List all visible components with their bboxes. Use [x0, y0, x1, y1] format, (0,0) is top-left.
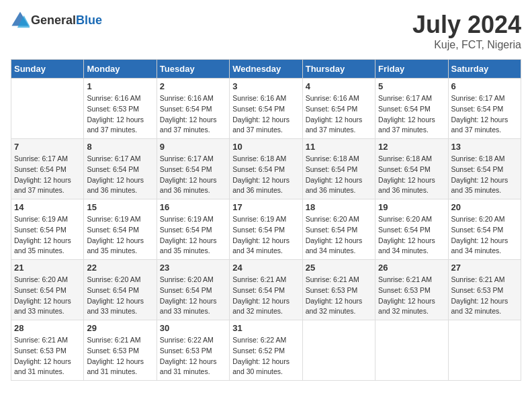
week-row-4: 28Sunrise: 6:21 AMSunset: 6:53 PMDayligh… — [11, 320, 521, 381]
cell-w1-d1: 8Sunrise: 6:17 AMSunset: 6:54 PMDaylight… — [84, 139, 157, 199]
day-info-23: Sunrise: 6:20 AMSunset: 6:54 PMDaylight:… — [160, 275, 226, 317]
day-number-8: 8 — [87, 142, 153, 152]
cell-w3-d2: 23Sunrise: 6:20 AMSunset: 6:54 PMDayligh… — [157, 260, 229, 320]
day-info-12: Sunrise: 6:18 AMSunset: 6:54 PMDaylight:… — [378, 154, 445, 196]
day-number-31: 31 — [232, 323, 299, 333]
day-info-6: Sunrise: 6:17 AMSunset: 6:54 PMDaylight:… — [451, 93, 518, 136]
day-number-25: 25 — [306, 263, 372, 273]
cell-w2-d2: 16Sunrise: 6:19 AMSunset: 6:54 PMDayligh… — [157, 199, 229, 260]
logo-text-blue: Blue — [76, 13, 102, 27]
day-info-21: Sunrise: 6:20 AMSunset: 6:54 PMDaylight:… — [14, 275, 81, 317]
day-number-13: 13 — [451, 142, 518, 152]
day-number-24: 24 — [232, 263, 299, 273]
day-number-7: 7 — [14, 142, 81, 152]
day-number-29: 29 — [87, 323, 153, 333]
day-number-27: 27 — [451, 263, 518, 273]
day-info-16: Sunrise: 6:19 AMSunset: 6:54 PMDaylight:… — [160, 214, 226, 257]
cell-w3-d3: 24Sunrise: 6:21 AMSunset: 6:54 PMDayligh… — [230, 260, 302, 320]
col-friday: Friday — [375, 60, 448, 79]
day-number-19: 19 — [378, 202, 445, 212]
day-info-8: Sunrise: 6:17 AMSunset: 6:54 PMDaylight:… — [87, 154, 153, 196]
day-number-30: 30 — [160, 323, 226, 333]
col-sunday: Sunday — [11, 60, 84, 79]
title-area: July 2024 Kuje, FCT, Nigeria — [412, 11, 521, 51]
cell-w1-d4: 11Sunrise: 6:18 AMSunset: 6:54 PMDayligh… — [302, 139, 375, 199]
cell-w0-d6: 6Sunrise: 6:17 AMSunset: 6:54 PMDaylight… — [448, 79, 521, 139]
day-number-1: 1 — [87, 81, 153, 91]
day-info-20: Sunrise: 6:20 AMSunset: 6:54 PMDaylight:… — [451, 214, 518, 257]
calendar-table: Sunday Monday Tuesday Wednesday Thursday… — [11, 59, 521, 381]
cell-w2-d4: 18Sunrise: 6:20 AMSunset: 6:54 PMDayligh… — [302, 199, 375, 260]
cell-w0-d0 — [11, 79, 84, 139]
day-number-12: 12 — [378, 142, 445, 152]
day-info-28: Sunrise: 6:21 AMSunset: 6:53 PMDaylight:… — [14, 335, 81, 377]
logo: GeneralBlue — [11, 11, 102, 30]
cell-w2-d1: 15Sunrise: 6:19 AMSunset: 6:54 PMDayligh… — [84, 199, 157, 260]
cell-w1-d0: 7Sunrise: 6:17 AMSunset: 6:54 PMDaylight… — [11, 139, 84, 199]
day-info-18: Sunrise: 6:20 AMSunset: 6:54 PMDaylight:… — [306, 214, 372, 257]
day-number-21: 21 — [14, 263, 81, 273]
day-info-7: Sunrise: 6:17 AMSunset: 6:54 PMDaylight:… — [14, 154, 81, 196]
cell-w1-d3: 10Sunrise: 6:18 AMSunset: 6:54 PMDayligh… — [230, 139, 302, 199]
cell-w2-d5: 19Sunrise: 6:20 AMSunset: 6:54 PMDayligh… — [375, 199, 448, 260]
cell-w0-d4: 4Sunrise: 6:16 AMSunset: 6:54 PMDaylight… — [302, 79, 375, 139]
day-info-1: Sunrise: 6:16 AMSunset: 6:53 PMDaylight:… — [87, 93, 153, 136]
cell-w3-d5: 26Sunrise: 6:21 AMSunset: 6:53 PMDayligh… — [375, 260, 448, 320]
day-number-20: 20 — [451, 202, 518, 212]
day-info-25: Sunrise: 6:21 AMSunset: 6:53 PMDaylight:… — [306, 275, 372, 317]
logo-icon — [11, 11, 30, 30]
day-info-27: Sunrise: 6:21 AMSunset: 6:53 PMDaylight:… — [451, 275, 518, 317]
day-info-11: Sunrise: 6:18 AMSunset: 6:54 PMDaylight:… — [306, 154, 372, 196]
day-number-6: 6 — [451, 81, 518, 91]
day-number-3: 3 — [232, 81, 299, 91]
cell-w4-d1: 29Sunrise: 6:21 AMSunset: 6:53 PMDayligh… — [84, 320, 157, 381]
cell-w3-d1: 22Sunrise: 6:20 AMSunset: 6:54 PMDayligh… — [84, 260, 157, 320]
week-row-3: 21Sunrise: 6:20 AMSunset: 6:54 PMDayligh… — [11, 260, 521, 320]
day-info-3: Sunrise: 6:16 AMSunset: 6:54 PMDaylight:… — [232, 93, 299, 136]
day-info-26: Sunrise: 6:21 AMSunset: 6:53 PMDaylight:… — [378, 275, 445, 317]
day-number-14: 14 — [14, 202, 81, 212]
col-thursday: Thursday — [302, 60, 375, 79]
day-number-18: 18 — [306, 202, 372, 212]
day-number-11: 11 — [306, 142, 372, 152]
day-info-19: Sunrise: 6:20 AMSunset: 6:54 PMDaylight:… — [378, 214, 445, 257]
calendar-header-row: Sunday Monday Tuesday Wednesday Thursday… — [11, 60, 521, 79]
day-info-5: Sunrise: 6:17 AMSunset: 6:54 PMDaylight:… — [378, 93, 445, 136]
day-info-31: Sunrise: 6:22 AMSunset: 6:52 PMDaylight:… — [232, 335, 299, 377]
day-number-2: 2 — [160, 81, 226, 91]
cell-w1-d5: 12Sunrise: 6:18 AMSunset: 6:54 PMDayligh… — [375, 139, 448, 199]
cell-w1-d6: 13Sunrise: 6:18 AMSunset: 6:54 PMDayligh… — [448, 139, 521, 199]
col-monday: Monday — [84, 60, 157, 79]
day-info-15: Sunrise: 6:19 AMSunset: 6:54 PMDaylight:… — [87, 214, 153, 257]
cell-w0-d1: 1Sunrise: 6:16 AMSunset: 6:53 PMDaylight… — [84, 79, 157, 139]
logo-text-general: General — [31, 13, 76, 27]
cell-w0-d5: 5Sunrise: 6:17 AMSunset: 6:54 PMDaylight… — [375, 79, 448, 139]
cell-w3-d0: 21Sunrise: 6:20 AMSunset: 6:54 PMDayligh… — [11, 260, 84, 320]
day-number-22: 22 — [87, 263, 153, 273]
cell-w2-d0: 14Sunrise: 6:19 AMSunset: 6:54 PMDayligh… — [11, 199, 84, 260]
col-tuesday: Tuesday — [157, 60, 229, 79]
cell-w4-d3: 31Sunrise: 6:22 AMSunset: 6:52 PMDayligh… — [230, 320, 302, 381]
cell-w4-d5 — [375, 320, 448, 381]
week-row-2: 14Sunrise: 6:19 AMSunset: 6:54 PMDayligh… — [11, 199, 521, 260]
week-row-0: 1Sunrise: 6:16 AMSunset: 6:53 PMDaylight… — [11, 79, 521, 139]
day-number-9: 9 — [160, 142, 226, 152]
cell-w4-d2: 30Sunrise: 6:22 AMSunset: 6:53 PMDayligh… — [157, 320, 229, 381]
day-number-23: 23 — [160, 263, 226, 273]
day-info-14: Sunrise: 6:19 AMSunset: 6:54 PMDaylight:… — [14, 214, 81, 257]
cell-w4-d0: 28Sunrise: 6:21 AMSunset: 6:53 PMDayligh… — [11, 320, 84, 381]
day-info-13: Sunrise: 6:18 AMSunset: 6:54 PMDaylight:… — [451, 154, 518, 196]
cell-w0-d2: 2Sunrise: 6:16 AMSunset: 6:54 PMDaylight… — [157, 79, 229, 139]
month-title: July 2024 — [412, 11, 521, 39]
day-info-29: Sunrise: 6:21 AMSunset: 6:53 PMDaylight:… — [87, 335, 153, 377]
cell-w2-d6: 20Sunrise: 6:20 AMSunset: 6:54 PMDayligh… — [448, 199, 521, 260]
day-number-4: 4 — [306, 81, 372, 91]
cell-w4-d6 — [448, 320, 521, 381]
day-number-5: 5 — [378, 81, 445, 91]
cell-w1-d2: 9Sunrise: 6:17 AMSunset: 6:54 PMDaylight… — [157, 139, 229, 199]
col-saturday: Saturday — [448, 60, 521, 79]
day-info-17: Sunrise: 6:19 AMSunset: 6:54 PMDaylight:… — [232, 214, 299, 257]
day-info-30: Sunrise: 6:22 AMSunset: 6:53 PMDaylight:… — [160, 335, 226, 377]
location-title: Kuje, FCT, Nigeria — [412, 39, 521, 51]
day-number-10: 10 — [232, 142, 299, 152]
